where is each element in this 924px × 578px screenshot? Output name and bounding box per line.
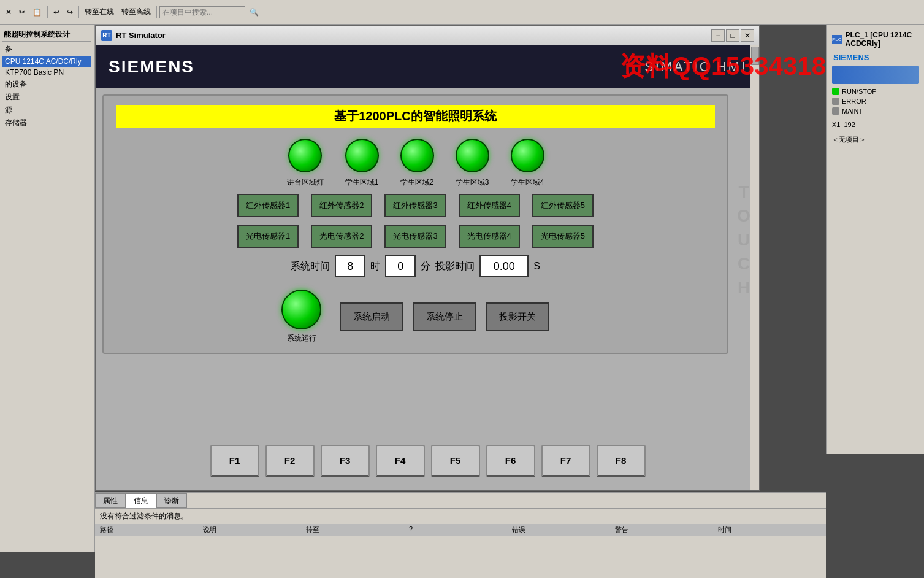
sidebar-item-devices[interactable]: 的设备 <box>2 78 91 91</box>
fkey-f3[interactable]: F3 <box>321 445 370 477</box>
fkey-f4[interactable]: F4 <box>376 445 425 477</box>
sidebar-item-settings[interactable]: 设置 <box>2 91 91 104</box>
x1-row: X1 192 <box>832 121 919 128</box>
col-error: 错误 <box>512 525 615 534</box>
light-item-0: 讲台区域灯 <box>287 139 324 188</box>
proj-button[interactable]: 投影开关 <box>486 302 549 331</box>
light-label-3: 学生区域3 <box>456 177 489 188</box>
col-q: ? <box>409 525 512 534</box>
tab-properties[interactable]: 属性 <box>95 493 126 508</box>
light-item-4: 学生区域4 <box>511 139 544 188</box>
toolbar-new[interactable]: ✕ <box>2 6 15 18</box>
photo-sensor-0[interactable]: 光电传感器1 <box>237 225 299 248</box>
fkey-f7[interactable]: F7 <box>541 445 590 477</box>
left-sidebar: 能照明控制系统设计 备 CPU 1214C AC/DC/Rly KTP700 B… <box>0 25 95 552</box>
status-row-2: MAINT <box>832 106 919 116</box>
touch-label: TOUCH <box>733 88 754 395</box>
window-controls: − □ ✕ <box>711 29 754 42</box>
status-text-run: RUN/STOP <box>842 88 877 95</box>
status-dot-run <box>832 88 839 95</box>
tab-diagnostics[interactable]: 诊断 <box>156 493 187 508</box>
toolbar-online[interactable]: 转至在线 <box>82 5 117 19</box>
col-warning: 警告 <box>615 525 718 534</box>
control-row: 系统运行 系统启动 系统停止 投影开关 <box>116 290 715 344</box>
hour-input[interactable] <box>335 255 365 277</box>
search-button[interactable]: 🔍 <box>246 6 262 18</box>
photo-sensor-2[interactable]: 光电传感器3 <box>384 225 446 248</box>
simatic-label: SIMATIC HMI <box>644 59 747 75</box>
sidebar-item-memory[interactable]: 存储器 <box>2 117 91 129</box>
right-panel: PLC PLC_1 [CPU 1214C ACDCRly] SIEMENS RU… <box>826 25 924 454</box>
status-row-1: ERROR <box>832 96 919 106</box>
sidebar-item-cpu[interactable]: CPU 1214C AC/DC/Rly <box>2 56 91 67</box>
light-circle-3 <box>456 139 489 172</box>
tab-info[interactable]: 信息 <box>126 493 156 508</box>
start-button[interactable]: 系统启动 <box>340 302 403 331</box>
light-circle-4 <box>511 139 544 172</box>
panel-title: 基于1200PLC的智能照明系统 <box>116 105 715 128</box>
photo-sensor-3[interactable]: 光电传感器4 <box>459 225 520 248</box>
proj-label: 投影时间 <box>435 260 475 273</box>
col-desc: 说明 <box>203 525 306 534</box>
fkey-f1[interactable]: F1 <box>210 445 259 477</box>
control-buttons: 系统启动 系统停止 投影开关 <box>340 302 549 331</box>
no-item-label: ＜无项目＞ <box>832 136 866 143</box>
toolbar-offline[interactable]: 转至离线 <box>118 5 154 19</box>
sidebar-item-ktp[interactable]: KTP700 Basic PN <box>2 67 91 78</box>
ir-sensor-4[interactable]: 红外传感器5 <box>532 194 594 217</box>
fkey-f5[interactable]: F5 <box>431 445 480 477</box>
plc-icon: PLC <box>832 35 842 44</box>
toolbar-redo[interactable]: ↪ <box>64 6 76 18</box>
rt-icon: RT <box>101 30 112 41</box>
sidebar-item-source[interactable]: 源 <box>2 104 91 117</box>
light-label-0: 讲台区域灯 <box>287 177 324 188</box>
light-item-3: 学生区域3 <box>456 139 489 188</box>
photo-sensor-4[interactable]: 光电传感器5 <box>532 225 594 248</box>
window-title-left: RT RT Simulator <box>101 30 166 41</box>
siemens-logo: SIEMENS <box>109 57 194 77</box>
status-circle <box>281 290 321 329</box>
scroll-thumb <box>751 47 759 65</box>
ir-sensor-3[interactable]: 红外传感器4 <box>459 194 520 217</box>
proj-input[interactable] <box>479 255 529 277</box>
x1-label: X1 <box>832 121 840 128</box>
time-row: 系统时间 时 分 投影时间 S <box>116 255 715 277</box>
light-label-1: 学生区域1 <box>345 177 379 188</box>
hmi-header: SIEMENS SIMATIC HMI <box>96 45 759 88</box>
light-label-4: 学生区域4 <box>511 177 544 188</box>
right-siemens-brand: SIEMENS <box>832 52 919 63</box>
fkey-f8[interactable]: F8 <box>597 445 646 477</box>
no-item: ＜无项目＞ <box>832 133 919 144</box>
maximize-button[interactable]: □ <box>726 29 739 42</box>
fkey-f6[interactable]: F6 <box>486 445 535 477</box>
status-dot-maint <box>832 107 839 115</box>
project-title: 能照明控制系统设计 <box>2 27 91 42</box>
proj-unit: S <box>533 261 540 272</box>
stop-button[interactable]: 系统停止 <box>413 302 476 331</box>
separator-3 <box>156 6 157 18</box>
separator-1 <box>47 6 48 18</box>
minimize-button[interactable]: − <box>711 29 725 42</box>
min-input[interactable] <box>385 255 416 277</box>
ir-sensor-1[interactable]: 红外传感器2 <box>311 194 372 217</box>
close-button[interactable]: ✕ <box>741 29 754 42</box>
status-label: 系统运行 <box>287 333 316 344</box>
col-path: 路径 <box>100 525 203 534</box>
fkey-bar: F1 F2 F3 F4 F5 F6 F7 F8 <box>102 445 753 477</box>
time-label: 系统时间 <box>291 260 330 273</box>
light-circle-2 <box>400 139 434 172</box>
ir-sensor-2[interactable]: 红外传感器3 <box>384 194 446 217</box>
status-row-0: RUN/STOP <box>832 87 919 96</box>
fkey-f2[interactable]: F2 <box>265 445 315 477</box>
toolbar-undo[interactable]: ↩ <box>50 6 63 18</box>
col-goto: 转至 <box>306 525 409 534</box>
toolbar-copy[interactable]: 📋 <box>29 6 45 18</box>
photo-sensor-1[interactable]: 光电传感器2 <box>311 225 372 248</box>
search-input[interactable] <box>159 6 245 18</box>
toolbar-cut[interactable]: ✂ <box>16 6 28 18</box>
ir-sensor-0[interactable]: 红外传感器1 <box>237 194 299 217</box>
light-item-1: 学生区域1 <box>345 139 379 188</box>
col-time: 时间 <box>718 525 821 534</box>
sidebar-item-device[interactable]: 备 <box>2 43 91 56</box>
light-label-2: 学生区域2 <box>400 177 434 188</box>
